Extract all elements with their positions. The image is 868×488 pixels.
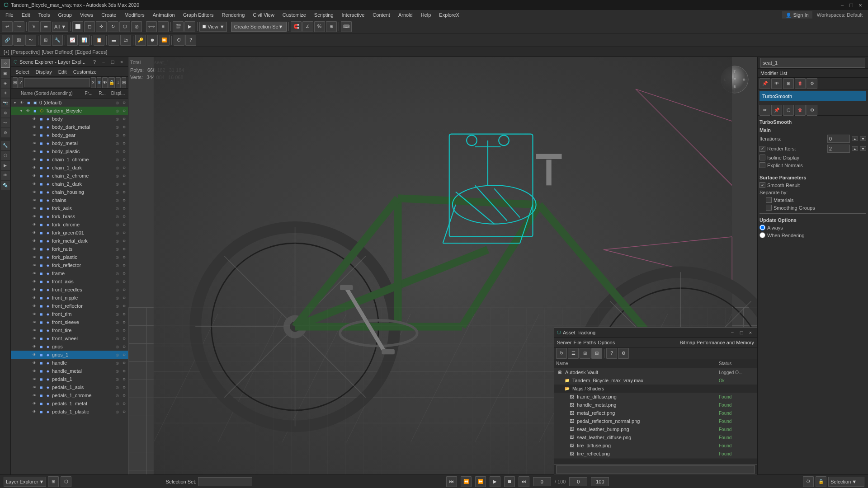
freeze-icon[interactable]: ◼ (38, 221, 44, 228)
at-list-item[interactable]: 🖼 pedal_reflectors_normal.png Found (554, 417, 757, 425)
menu-explorex[interactable]: ExploreX (435, 11, 463, 19)
at-menu-server[interactable]: Server (557, 340, 571, 345)
next-frame-button[interactable]: ⏩ (475, 476, 486, 487)
se-item-render-icon[interactable]: ◎ (114, 197, 120, 203)
freeze-icon[interactable]: ◼ (25, 99, 32, 106)
se-item-render-icon[interactable]: ◎ (114, 270, 120, 277)
se-list-item[interactable]: 👁◼◆body_metal◎⚙ (11, 139, 128, 147)
menu-graph-editors[interactable]: Graph Editors (179, 11, 217, 19)
se-item-action-icon[interactable]: ⚙ (121, 181, 127, 187)
modifier-pencil-button[interactable]: ✏ (760, 105, 770, 116)
visibility-eye-icon[interactable]: 👁 (31, 270, 38, 277)
turbosmooth-modifier-item[interactable]: TurboSmooth (760, 91, 866, 101)
freeze-icon[interactable]: ◼ (38, 368, 44, 374)
selection-mode-dropdown[interactable]: Selection ▼ (828, 477, 864, 487)
snap-toggle-button[interactable]: 🧲 (291, 21, 302, 32)
se-item-action-icon[interactable]: ⚙ (121, 189, 127, 195)
se-menu-select[interactable]: Select (13, 68, 32, 75)
visibility-eye-icon[interactable]: 👁 (31, 262, 38, 268)
se-item-action-icon[interactable]: ⚙ (121, 230, 127, 236)
layer-manager-button[interactable]: 📋 (94, 35, 104, 46)
se-item-action-icon[interactable]: ⚙ (121, 327, 127, 333)
viewport-user-defined-label[interactable]: [User Defined] (42, 49, 73, 55)
selection-set-input[interactable] (198, 477, 252, 486)
helpers-icon[interactable]: ⊕ (1, 108, 10, 117)
se-item-render-icon[interactable]: ◎ (114, 303, 120, 309)
se-item-render-icon[interactable]: ◎ (114, 311, 120, 317)
se-list-item[interactable]: 👁◼◆fork_plastic◎⚙ (11, 253, 128, 261)
freeze-icon[interactable]: ◼ (38, 116, 44, 122)
se-list-item[interactable]: 👁◼◆front_tire◎⚙ (11, 326, 128, 334)
time-config-bottom-button[interactable]: ⏱ (803, 476, 814, 487)
se-menu-customize[interactable]: Customize (71, 68, 99, 75)
se-item-action-icon[interactable]: ⚙ (121, 213, 127, 220)
se-item-action-icon[interactable]: ⚙ (121, 343, 127, 350)
freeze-icon[interactable]: ◼ (38, 132, 44, 138)
modifier-settings-button[interactable]: ⚙ (807, 105, 817, 116)
help-button[interactable]: ? (185, 35, 196, 46)
se-item-render-icon[interactable]: ◎ (114, 408, 120, 415)
se-list-item[interactable]: 👁◼◆chain_2_dark◎⚙ (11, 180, 128, 188)
visibility-eye-icon[interactable]: 👁 (31, 352, 38, 358)
at-list-view-button[interactable]: ☰ (568, 348, 579, 359)
visibility-eye-icon[interactable]: 👁 (31, 286, 38, 293)
move-button[interactable]: ✛ (96, 21, 107, 32)
menu-civil-view[interactable]: Civil View (249, 11, 278, 19)
se-item-action-icon[interactable]: ⚙ (121, 408, 127, 415)
visibility-eye-icon[interactable]: 👁 (31, 140, 38, 146)
curve-editor-button[interactable]: 📈 (67, 35, 78, 46)
se-item-render-icon[interactable]: ◎ (114, 156, 120, 163)
visibility-eye-icon[interactable]: 👁 (31, 148, 38, 155)
se-item-action-icon[interactable]: ⚙ (121, 400, 127, 407)
se-item-action-icon[interactable]: ⚙ (121, 392, 127, 399)
selection-sets-button[interactable]: ⊞ (40, 35, 51, 46)
freeze-icon[interactable]: ◼ (38, 230, 44, 236)
percent-snap-button[interactable]: % (314, 21, 325, 32)
se-item-render-icon[interactable]: ◎ (114, 400, 120, 407)
iterations-down[interactable]: ▼ (860, 136, 866, 141)
hierarchy-icon[interactable]: ⬡ (1, 151, 10, 160)
se-item-action-icon[interactable]: ⚙ (121, 156, 127, 163)
spinner-snap-button[interactable]: ⊕ (326, 21, 337, 32)
viewport-plus-button[interactable]: [+] (4, 49, 9, 55)
freeze-icon[interactable]: ◼ (38, 173, 44, 179)
se-item-action-icon[interactable]: ⚙ (121, 360, 127, 366)
freeze-icon[interactable]: ◼ (38, 197, 44, 203)
window-crossing-button[interactable]: ◻ (84, 21, 95, 32)
se-list-item[interactable]: 👁◼◆fork_reflector◎⚙ (11, 261, 128, 269)
render-iters-up[interactable]: ▲ (852, 146, 858, 151)
se-item-action-icon[interactable]: ⚙ (121, 173, 127, 179)
visibility-eye-icon[interactable]: 👁 (31, 156, 38, 163)
se-list-item[interactable]: 👁◼◆chains◎⚙ (11, 196, 128, 204)
motion-icon[interactable]: ▶ (1, 161, 10, 170)
at-list[interactable]: 🏛 Autodesk Vault Logged O... 📁 Tandem_Bi… (554, 368, 757, 459)
mirror-button[interactable]: ⟺ (146, 21, 157, 32)
at-menu-file[interactable]: File (573, 340, 581, 345)
freeze-icon[interactable]: ◼ (38, 164, 44, 171)
play-anim-button[interactable]: ▶ (490, 476, 500, 487)
layer-explorer-dropdown[interactable]: Layer Explorer ▼ (4, 477, 46, 487)
freeze-icon[interactable]: ◼ (38, 376, 44, 382)
visibility-eye-icon[interactable]: 👁 (31, 360, 38, 366)
se-list-item[interactable]: 👁◼◆handle◎⚙ (11, 359, 128, 367)
se-item-render-icon[interactable]: ◎ (114, 140, 120, 146)
modifier-stack-button[interactable]: ⬡ (783, 105, 794, 116)
when-rendering-radio[interactable] (760, 232, 765, 238)
se-item-action-icon[interactable]: ⚙ (121, 124, 127, 130)
se-item-action-icon[interactable]: ⚙ (121, 384, 127, 390)
at-list-item[interactable]: 🖼 handle_metal.png Found (554, 401, 757, 409)
visibility-eye-icon[interactable]: 👁 (31, 335, 38, 342)
utilities-icon[interactable]: 🔩 (1, 181, 10, 190)
se-item-render-icon[interactable]: ◎ (114, 360, 120, 366)
se-item-render-icon[interactable]: ◎ (114, 99, 120, 106)
auto-key-button[interactable]: ⏺ (147, 35, 158, 46)
iterations-up[interactable]: ▲ (852, 136, 858, 141)
se-list-item[interactable]: 👁◼◆front_sleeve◎⚙ (11, 318, 128, 326)
render-button[interactable]: ▶ (184, 21, 195, 32)
se-item-render-icon[interactable]: ◎ (114, 319, 120, 325)
se-item-action-icon[interactable]: ⚙ (121, 108, 127, 114)
se-list-item[interactable]: 👁◼◆front_reflector◎⚙ (11, 302, 128, 310)
menu-file[interactable]: File (2, 11, 17, 19)
se-item-action-icon[interactable]: ⚙ (121, 303, 127, 309)
play-button[interactable]: ⏮ (446, 476, 457, 487)
